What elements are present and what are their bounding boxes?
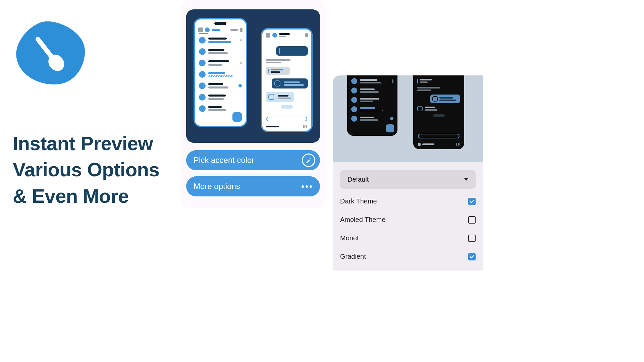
eyedropper-icon bbox=[302, 154, 315, 167]
option-label: Monet bbox=[340, 234, 359, 242]
phone-bottom-bar bbox=[266, 125, 307, 128]
settings-card: Default Dark ThemeAmoled ThemeMonetGradi… bbox=[333, 75, 483, 270]
headline-line-3: & Even More bbox=[13, 183, 159, 209]
fab-button-icon bbox=[232, 112, 242, 122]
more-options-label: More options bbox=[194, 182, 240, 191]
checkbox-checked-icon[interactable] bbox=[468, 253, 476, 260]
option-label: Gradient bbox=[340, 253, 366, 260]
chat-row bbox=[199, 94, 242, 101]
dark-preview-panel bbox=[333, 75, 483, 162]
avatar-icon bbox=[199, 105, 206, 112]
avatar-icon bbox=[351, 87, 357, 94]
notch-icon bbox=[214, 22, 226, 25]
chat-row bbox=[199, 48, 242, 55]
hero-section: Instant Preview Various Options & Even M… bbox=[13, 18, 159, 209]
attachment-icon bbox=[268, 94, 274, 100]
option-label: Amoled Theme bbox=[340, 216, 385, 224]
pick-accent-label: Pick accent color bbox=[194, 156, 254, 165]
pick-accent-color-button[interactable]: Pick accent color bbox=[186, 150, 320, 170]
theme-preset-dropdown[interactable]: Default bbox=[340, 170, 476, 189]
dark-phone-chat-list bbox=[347, 75, 397, 136]
theme-settings-panel: Default Dark ThemeAmoled ThemeMonetGradi… bbox=[333, 162, 483, 270]
theme-option-dark-theme[interactable]: Dark Theme bbox=[340, 197, 476, 205]
preview-card: Pick accent color More options bbox=[180, 0, 326, 208]
avatar-icon bbox=[199, 48, 206, 55]
avatar-icon bbox=[199, 60, 206, 66]
checkbox-unchecked-icon[interactable] bbox=[468, 235, 476, 242]
avatar-icon bbox=[199, 71, 206, 78]
message-input bbox=[418, 134, 460, 138]
chat-row bbox=[199, 37, 242, 44]
message-outgoing bbox=[276, 46, 308, 56]
unread-badge-icon bbox=[238, 84, 242, 87]
chat-row bbox=[199, 82, 242, 89]
option-label: Dark Theme bbox=[340, 197, 377, 205]
headline: Instant Preview Various Options & Even M… bbox=[13, 130, 159, 209]
attachment-icon bbox=[274, 80, 280, 86]
avatar-icon bbox=[351, 78, 357, 84]
chevron-down-icon bbox=[464, 178, 468, 181]
phone-mockup-conversation bbox=[261, 28, 313, 132]
dropdown-value: Default bbox=[347, 176, 369, 183]
brush-logo-icon bbox=[13, 18, 87, 87]
message-outgoing bbox=[272, 78, 308, 88]
chat-row bbox=[199, 105, 242, 112]
avatar-icon bbox=[351, 106, 357, 112]
avatar-icon bbox=[351, 116, 357, 122]
theme-option-amoled-theme[interactable]: Amoled Theme bbox=[340, 216, 476, 224]
message-input bbox=[266, 117, 307, 121]
attachment-icon bbox=[417, 106, 423, 111]
phone-mockup-chat-list bbox=[194, 18, 247, 127]
more-icon bbox=[302, 185, 315, 188]
chat-row bbox=[199, 60, 242, 66]
message-incoming bbox=[266, 92, 294, 102]
chat-list bbox=[199, 37, 242, 117]
avatar-icon bbox=[199, 37, 206, 44]
attachment-icon bbox=[432, 96, 438, 102]
avatar-icon bbox=[351, 97, 357, 103]
more-options-button[interactable]: More options bbox=[186, 176, 320, 196]
phone-bottom-bar bbox=[418, 143, 460, 146]
headline-line-2: Various Options bbox=[13, 157, 159, 183]
preview-panel bbox=[186, 9, 320, 143]
avatar-icon bbox=[199, 82, 206, 89]
headline-line-1: Instant Preview bbox=[13, 130, 159, 157]
dark-phone-conversation bbox=[413, 75, 464, 149]
avatar-icon bbox=[199, 94, 206, 101]
phone-topbar bbox=[198, 27, 243, 32]
checkbox-checked-icon[interactable] bbox=[468, 198, 476, 205]
message-list bbox=[266, 46, 308, 109]
checkbox-unchecked-icon[interactable] bbox=[468, 216, 476, 224]
message-incoming bbox=[266, 67, 290, 75]
chat-row bbox=[199, 71, 242, 78]
phone-topbar bbox=[266, 33, 308, 38]
theme-option-gradient[interactable]: Gradient bbox=[340, 253, 476, 260]
theme-option-monet[interactable]: Monet bbox=[340, 234, 476, 242]
unread-badge-icon bbox=[390, 117, 393, 120]
fab-button-icon bbox=[386, 124, 394, 132]
message-outgoing bbox=[430, 95, 460, 103]
